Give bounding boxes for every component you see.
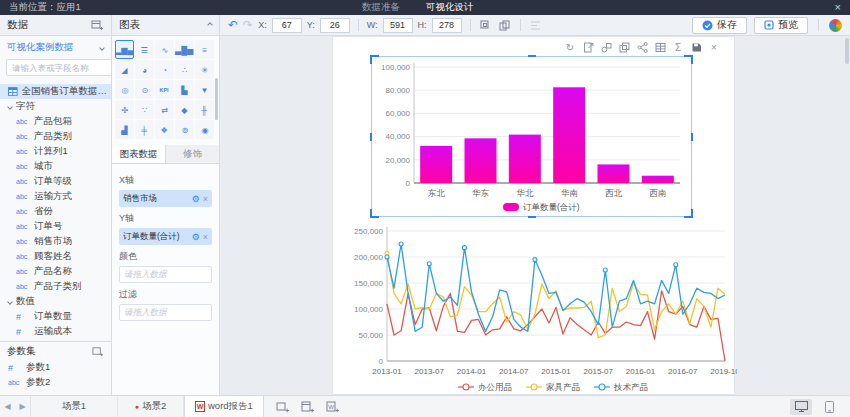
field-item[interactable]: abc计算列1 — [0, 144, 111, 159]
width-input[interactable] — [383, 18, 413, 33]
chart-type-point-map-icon[interactable]: ⊚ — [175, 120, 194, 139]
resize-handle[interactable] — [370, 209, 379, 218]
y-coordinate-input[interactable] — [320, 18, 350, 33]
field-item[interactable]: abc运输方式 — [0, 189, 111, 204]
field-item[interactable]: abc订单号 — [0, 219, 111, 234]
dataset-select[interactable]: 可视化案例数据 — [0, 36, 111, 57]
next-scene-icon[interactable]: ▶ — [15, 396, 30, 417]
chart-type-area-chart-icon[interactable]: ◢ — [115, 60, 134, 79]
filter-drop-zone[interactable]: 请拖入数据 — [119, 304, 212, 321]
chart-type-relation-graph-icon[interactable]: ✣ — [115, 100, 134, 119]
field-item[interactable]: abc产品子类别 — [0, 279, 111, 294]
aggregate-sigma-icon[interactable]: Σ — [671, 41, 685, 54]
chart-type-ring-gauge-icon[interactable]: ◎ — [115, 80, 134, 99]
export-icon[interactable] — [581, 41, 595, 54]
field-item[interactable]: abc订单等级 — [0, 174, 111, 189]
field-item[interactable]: abc省份 — [0, 204, 111, 219]
chart-type-waterfall-chart-icon[interactable]: ▟ — [115, 120, 134, 139]
bar-chart[interactable]: 020,00040,00060,00080,000100,000东北华东华北华南… — [372, 57, 689, 214]
resize-handle[interactable] — [684, 209, 693, 218]
tab-word-report-1[interactable]: W word报告1 — [184, 396, 264, 417]
chart-type-combo-chart-icon[interactable]: ▃█▅ — [175, 40, 194, 59]
chart-type-bubble-chart-icon[interactable]: ∵ — [135, 100, 154, 119]
resize-handle[interactable] — [370, 55, 379, 64]
resize-handle[interactable] — [684, 55, 693, 64]
mobile-view-button[interactable] — [818, 399, 840, 415]
gear-icon[interactable]: ⚙ — [192, 232, 200, 242]
remove-widget-icon[interactable]: × — [707, 41, 721, 54]
copy-style-icon[interactable] — [599, 41, 613, 54]
duplicate-icon[interactable] — [617, 41, 631, 54]
close-icon[interactable]: × — [835, 2, 841, 13]
tab-scene-1[interactable]: 场景1 — [30, 396, 118, 417]
field-item[interactable]: #参数1 — [0, 360, 111, 375]
color-drop-zone[interactable]: 请拖入数据 — [119, 266, 212, 283]
remove-field-icon[interactable]: × — [203, 232, 208, 242]
chart-type-kpi-card-icon[interactable]: KPI — [155, 80, 174, 99]
undo-icon[interactable]: ↶ — [228, 19, 238, 31]
save-button[interactable]: 保存 — [692, 17, 747, 34]
share-icon[interactable] — [635, 41, 649, 54]
preview-button[interactable]: 预览 — [754, 17, 808, 34]
chart-type-stacked-bar-chart-icon[interactable]: ≡ — [195, 40, 214, 59]
refresh-icon[interactable]: ↻ — [563, 41, 577, 54]
field-item[interactable]: abc产品类别 — [0, 129, 111, 144]
tab-decorate[interactable]: 修饰 — [165, 145, 219, 163]
chart-type-column-chart-icon[interactable]: ▂▆▄ — [115, 40, 134, 59]
chart-type-treemap-icon[interactable]: ▙ — [175, 80, 194, 99]
chart-type-rose-chart-icon[interactable]: ✳ — [195, 60, 214, 79]
save-widget-icon[interactable] — [689, 41, 703, 54]
group-number-fields[interactable]: 数值 — [0, 294, 111, 309]
paste-icon[interactable] — [498, 18, 512, 32]
field-item[interactable]: abc产品名称 — [0, 264, 111, 279]
search-box[interactable] — [6, 59, 112, 76]
chart-type-scatter-chart-icon[interactable]: ∴ — [175, 60, 194, 79]
chart-type-line-chart-icon[interactable]: ∿ — [155, 40, 174, 59]
selected-widget-frame[interactable]: 020,00040,00060,00080,000100,000东北华东华北华南… — [371, 56, 692, 217]
resize-handle[interactable] — [370, 133, 372, 141]
chart-type-diamond-chart-icon[interactable]: ◆ — [175, 100, 194, 119]
chart-panel-scrollbar[interactable] — [215, 78, 218, 120]
x-coordinate-input[interactable] — [272, 18, 302, 33]
search-input[interactable] — [10, 62, 112, 74]
chart-type-world-map-icon[interactable]: ◉ — [195, 120, 214, 139]
tab-chart-data[interactable]: 图表数据 — [112, 145, 165, 163]
chart-type-map-chart-icon[interactable]: ❖ — [155, 120, 174, 139]
field-item[interactable]: abc销售市场 — [0, 234, 111, 249]
chart-type-candlestick-chart-icon[interactable]: ╪ — [135, 120, 154, 139]
field-item[interactable]: #订单数量 — [0, 309, 111, 324]
chart-type-bar-chart-icon[interactable]: ☰ — [135, 40, 154, 59]
chart-type-flow-chart-icon[interactable]: ⇄ — [155, 100, 174, 119]
add-parameter-icon[interactable] — [90, 344, 104, 358]
resize-handle[interactable] — [691, 133, 693, 141]
canvas-scrollbar[interactable] — [845, 38, 849, 64]
table-item[interactable]: 全国销售订单数据全... — [0, 84, 111, 99]
tab-scene-2[interactable]: ● 场景2 — [118, 396, 184, 417]
add-word-report-icon[interactable]: W — [326, 401, 339, 413]
chart-type-funnel-chart-icon[interactable]: ▼ — [195, 80, 214, 99]
line-chart[interactable]: 050,000100,000150,000200,000250,0002013-… — [339, 223, 737, 395]
resize-handle[interactable] — [528, 216, 536, 218]
add-scene-icon[interactable] — [276, 401, 289, 413]
prev-scene-icon[interactable]: ◀ — [0, 396, 15, 417]
canvas-page[interactable]: ↻ Σ × — [332, 36, 735, 395]
group-string-fields[interactable]: 字符 — [0, 99, 111, 114]
table-view-icon[interactable] — [653, 41, 667, 54]
chart-type-boxplot-chart-icon[interactable]: ╫ — [195, 100, 214, 119]
resize-handle[interactable] — [528, 55, 536, 57]
tab-visual-design[interactable]: 可视化设计 — [426, 1, 474, 14]
gear-icon[interactable]: ⚙ — [192, 194, 200, 204]
collapse-chart-panel-icon[interactable] — [207, 22, 213, 28]
field-item[interactable]: abc顾客姓名 — [0, 249, 111, 264]
yaxis-field-chip[interactable]: 订单数量(合计) ⚙ × — [119, 228, 212, 245]
redo-icon[interactable]: ↷ — [243, 19, 253, 31]
add-table-icon[interactable] — [90, 18, 104, 32]
tab-data-preparation[interactable]: 数据准备 — [362, 1, 400, 14]
copy-icon[interactable] — [479, 18, 493, 32]
field-item[interactable]: #运输成本 — [0, 324, 111, 339]
height-input[interactable] — [432, 18, 462, 33]
remove-field-icon[interactable]: × — [203, 194, 208, 204]
desktop-view-button[interactable] — [790, 399, 812, 415]
add-dashboard-icon[interactable] — [301, 401, 314, 413]
field-item[interactable]: abc城市 — [0, 159, 111, 174]
